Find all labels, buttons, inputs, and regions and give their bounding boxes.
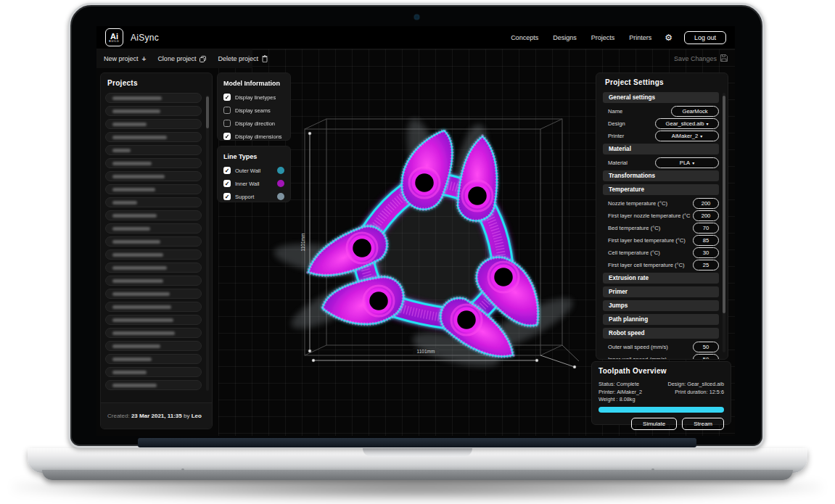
created-by-value: Leo [192,413,202,419]
copy-icon [200,56,206,62]
checkbox-support[interactable]: ✓ [223,193,231,200]
project-list-item[interactable] [105,328,202,338]
option-row-support: ✓Support [223,193,284,200]
setting-input-first-layer-bed-temperature-c[interactable]: 85 [693,235,719,246]
projects-scrollbar-thumb[interactable] [206,96,209,128]
settings-section-path-planning[interactable]: Path planning [603,314,719,325]
created-by-label: by [184,413,189,419]
projects-scrollbar[interactable] [206,95,209,391]
project-list-item[interactable] [105,367,202,377]
project-list-item[interactable] [105,341,202,351]
setting-row-first-layer-cell-temperature-c: First layer cell temperature (°C)25 [608,260,719,270]
setting-input-inner-wall-speed-mm-s[interactable]: 50 [693,354,719,360]
checkbox-inner-wall[interactable]: ✓ [223,180,231,187]
settings-scrollbar-thumb[interactable] [723,96,725,313]
toolpath-overview-panel: Toolpath Overview Status: CompletePrinte… [591,361,731,425]
nav-link-printers[interactable]: Printers [629,34,651,41]
toolpath-stats-right: Design: Gear_sliced.aibPrint duration: 1… [668,381,724,404]
setting-row-cell-temperature-c: Cell temperature (°C)30 [608,247,719,257]
aibuild-logo[interactable]: Ai BUILD [105,28,123,46]
checkbox-display-direction[interactable] [223,120,231,127]
project-list-item[interactable] [105,197,202,207]
save-changes-button[interactable]: Save Changes [674,49,728,68]
clone-project-label: Clone project [157,55,196,62]
setting-input-material[interactable]: PLA▾ [655,157,719,168]
save-icon [720,54,728,63]
project-settings-body: General settingsNameGearMockDesignGear_s… [603,92,719,360]
settings-section-jumps[interactable]: Jumps [603,300,719,311]
project-list-item[interactable] [105,119,202,129]
setting-input-bed-temperature-c[interactable]: 70 [693,223,719,234]
project-list-item[interactable] [105,380,202,390]
project-list-item[interactable] [105,236,202,247]
settings-section-general-settings[interactable]: General settings [603,92,719,103]
project-list-item[interactable] [105,302,202,312]
stream-button[interactable]: Stream [682,418,724,430]
checkbox-display-seams[interactable] [223,107,231,114]
project-list-item[interactable] [105,184,202,194]
setting-input-first-layer-nozzle-temperature-c[interactable]: 200 [693,210,719,221]
project-name-blurred [112,201,137,205]
checkbox-outer-wall[interactable]: ✓ [223,167,231,174]
project-list-item[interactable] [105,171,202,181]
setting-label: Design [608,120,625,127]
settings-section-temperature[interactable]: Temperature [603,184,719,195]
nav-link-concepts[interactable]: Concepts [511,34,538,41]
setting-row-outer-wall-speed-mm-s: Outer wall speed (mm/s)50 [608,342,719,352]
project-list-item[interactable] [105,210,202,220]
settings-scrollbar[interactable] [723,93,725,352]
toolpath-stat: Status: Complete [599,381,642,389]
checkbox-display-linetypes[interactable]: ✓ [223,94,231,101]
project-list-item[interactable] [105,354,202,364]
setting-input-cell-temperature-c[interactable]: 30 [693,247,719,258]
settings-section-primer[interactable]: Primer [603,286,719,297]
new-project-button[interactable]: New project + [104,55,146,63]
laptop-hinge [138,438,696,447]
setting-input-outer-wall-speed-mm-s[interactable]: 50 [693,342,719,352]
gear-icon[interactable]: ⚙ [665,33,672,43]
simulate-button[interactable]: Simulate [631,418,677,430]
project-created-info: Created: 23 Mar 2021, 11:35 by Leo [101,402,212,429]
logout-button[interactable]: Log out [684,31,726,44]
project-name-blurred [112,123,147,126]
option-row-display-linetypes: ✓Display linetypes [223,94,284,101]
color-dot-inner-wall [277,180,284,187]
settings-section-extrusion-rate[interactable]: Extrusion rate [603,273,719,284]
project-list-item[interactable] [105,145,202,155]
settings-section-transformations[interactable]: Transformations [603,170,719,181]
setting-input-design[interactable]: Gear_sliced.aib▾ [655,118,719,129]
project-list-item[interactable] [105,263,202,273]
setting-input-name[interactable]: GearMock [671,106,719,117]
settings-section-robot-speed[interactable]: Robot speed [603,328,719,339]
setting-row-material: MaterialPLA▾ [608,157,719,168]
option-row-display-direction: Display direction [223,120,284,127]
toolpath-stat: Weight : 8.08kg [599,396,642,404]
nav-link-designs[interactable]: Designs [553,34,577,41]
project-name-blurred [112,149,131,152]
setting-row-name: NameGearMock [608,106,719,116]
nav-link-projects[interactable]: Projects [591,34,615,41]
nav-links: ConceptsDesignsProjectsPrinters [496,34,651,41]
option-label: Inner Wall [235,181,259,187]
setting-label: Printer [608,133,624,139]
project-name-blurred [112,162,152,165]
project-list-item[interactable] [105,315,202,325]
project-list-item[interactable] [105,289,202,299]
project-list-item[interactable] [105,93,202,103]
setting-input-first-layer-cell-temperature-c[interactable]: 25 [693,260,719,270]
project-list-item[interactable] [105,276,202,286]
clone-project-button[interactable]: Clone project [157,55,206,62]
project-list-item[interactable] [105,158,202,168]
setting-row-design: DesignGear_sliced.aib▾ [608,118,719,128]
toolpath-overview-title: Toolpath Overview [599,367,724,375]
project-list-item[interactable] [105,223,202,234]
checkbox-display-dimensions[interactable]: ✓ [223,133,231,140]
setting-input-printer[interactable]: AiMaker_2▾ [655,131,719,141]
project-settings-title: Project Settings [603,78,719,86]
laptop-foot [181,468,184,471]
project-list-item[interactable] [105,106,202,116]
settings-section-material[interactable]: Material [603,144,719,154]
setting-input-nozzle-temperature-c[interactable]: 200 [693,198,719,209]
project-list-item[interactable] [105,132,202,142]
project-list-item[interactable] [105,249,202,260]
